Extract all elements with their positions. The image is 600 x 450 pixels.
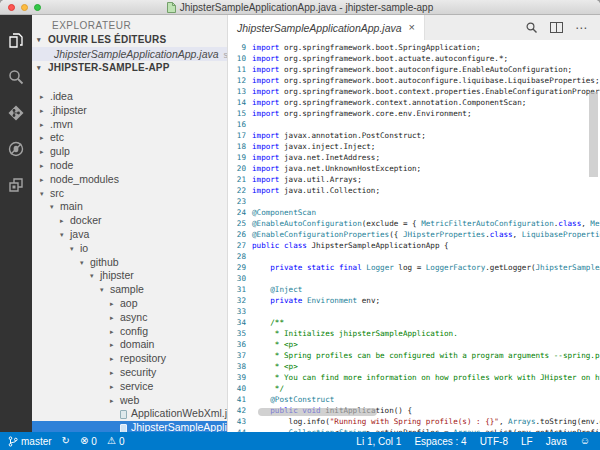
tab-active-file[interactable]: JhipsterSampleApplicationApp.java × — [228, 15, 425, 40]
tree-item[interactable]: ▾sample — [32, 283, 227, 297]
tree-item[interactable]: ▾java — [32, 228, 227, 242]
tree-item[interactable]: ▾github — [32, 256, 227, 270]
tree-item[interactable]: ▸web — [32, 394, 227, 408]
feedback-smiley-status-item[interactable]: ☺ — [580, 436, 590, 446]
open-editor-item[interactable]: JhipsterSampleApplicationApp.javasrc/m..… — [32, 47, 227, 61]
chevron-collapsed-icon: ▸ — [40, 118, 50, 132]
tree-item[interactable]: ▸security — [32, 366, 227, 380]
open-editors-header[interactable]: ▾ OUVRIR LES ÉDITEURS — [32, 33, 227, 47]
code-line: 31 @Inject — [228, 284, 600, 295]
tree-item-label: .jhipster — [50, 104, 87, 118]
tree-item[interactable]: ▾main — [32, 200, 227, 214]
warnings-status-item[interactable]: ⚠0 — [107, 436, 125, 447]
tree-item[interactable]: ▸repository — [32, 352, 227, 366]
tree-item[interactable]: ▸.idea — [32, 90, 227, 104]
chevron-expanded-icon: ▾ — [40, 187, 50, 201]
code-line: 25@EnableAutoConfiguration(exclude = { M… — [228, 218, 600, 229]
tree-item[interactable]: ▾src — [32, 187, 227, 201]
errors-icon: ⊗ — [80, 436, 88, 446]
search-icon[interactable] — [0, 59, 32, 95]
source-control-icon[interactable] — [0, 95, 32, 131]
code-line: 40 */ — [228, 383, 600, 394]
tree-item[interactable]: ▸.jhipster — [32, 104, 227, 118]
code-line: 39 * You can find more information on ho… — [228, 372, 600, 383]
sync-status-item[interactable]: ↻ — [62, 436, 70, 446]
chevron-collapsed-icon: ▸ — [110, 338, 120, 352]
debug-icon[interactable] — [0, 131, 32, 167]
status-item[interactable]: Espaces : 4 — [414, 436, 466, 447]
line-number: 43 — [228, 416, 246, 427]
status-bar: master↻⊗0⚠0 Li 1, Col 1Espaces : 4UTF-8L… — [0, 432, 600, 450]
tree-item[interactable]: ▾jhipster — [32, 269, 227, 283]
project-section-header[interactable]: ▾ JHIPSTER-SAMPLE-APP — [32, 61, 227, 75]
explorer-icon[interactable] — [0, 23, 32, 59]
close-tab-icon[interactable]: × — [409, 22, 415, 33]
sidebar-title: EXPLORATEUR — [32, 15, 227, 33]
code-line: 21import java.util.Arrays; — [228, 174, 600, 185]
line-number: 42 — [228, 405, 246, 416]
line-number: 31 — [228, 284, 246, 295]
code-line: 34 /** — [228, 317, 600, 328]
chevron-collapsed-icon: ▸ — [40, 90, 50, 104]
tree-item[interactable]: ▸.mvn — [32, 118, 227, 132]
tree-item[interactable]: ▸docker — [32, 214, 227, 228]
code-line: 16 — [228, 119, 600, 130]
tree-item-label: async — [120, 311, 147, 325]
tree-item[interactable]: ▸etc — [32, 131, 227, 145]
code-line: 18import javax.inject.Inject; — [228, 141, 600, 152]
tree-item[interactable]: JhipsterSampleApplicationApp.java — [32, 421, 227, 432]
chevron-collapsed-icon: ▸ — [110, 297, 120, 311]
minimize-window-button[interactable] — [21, 4, 28, 11]
code-line: 17import javax.annotation.PostConstruct; — [228, 130, 600, 141]
errors-status-item[interactable]: ⊗0 — [80, 436, 97, 447]
tree-item-label: sample — [110, 283, 144, 297]
chevron-collapsed-icon: ▸ — [110, 311, 120, 325]
status-item-label: master — [21, 436, 52, 447]
line-number: 9 — [228, 42, 246, 53]
horizontal-scrollbar[interactable] — [258, 408, 377, 416]
chevron-collapsed-icon: ▸ — [40, 159, 50, 173]
status-item-label: Li 1, Col 1 — [356, 436, 401, 447]
line-number: 27 — [228, 240, 246, 251]
tree-item-label: main — [60, 200, 83, 214]
tree-item[interactable]: ApplicationWebXml.java — [32, 407, 227, 421]
close-window-button[interactable] — [8, 4, 15, 11]
tree-item[interactable]: ▸async — [32, 311, 227, 325]
tree-item-label: domain — [120, 338, 154, 352]
tree-item[interactable]: ▸aop — [32, 297, 227, 311]
tree-item[interactable]: ▸domain — [32, 338, 227, 352]
extensions-icon[interactable] — [0, 167, 32, 203]
line-number: 22 — [228, 185, 246, 196]
chevron-expanded-icon: ▾ — [80, 256, 90, 270]
tree-item-label: node_modules — [50, 173, 119, 187]
status-item[interactable]: Java — [546, 436, 567, 447]
more-actions-icon[interactable]: ⋯ — [575, 22, 588, 34]
line-number: 13 — [228, 86, 246, 97]
status-item[interactable]: UTF-8 — [480, 436, 508, 447]
line-number: 17 — [228, 130, 246, 141]
code-line: 38 * <p> — [228, 361, 600, 372]
tree-item[interactable]: ▸node_modules — [32, 173, 227, 187]
code-line: 36 * <p> — [228, 339, 600, 350]
git-branch-status-item[interactable]: master — [8, 436, 52, 447]
code-line: 33 — [228, 306, 600, 317]
line-number: 23 — [228, 196, 246, 207]
status-item[interactable]: LF — [521, 436, 533, 447]
code-area[interactable]: 9import org.springframework.boot.SpringA… — [228, 40, 600, 432]
line-number: 37 — [228, 350, 246, 361]
vertical-scrollbar[interactable] — [589, 92, 598, 177]
line-number: 32 — [228, 295, 246, 306]
tree-item[interactable]: ▸service — [32, 380, 227, 394]
line-number: 28 — [228, 251, 246, 262]
tree-item-label: etc — [50, 131, 64, 145]
tree-item[interactable]: ▸node — [32, 159, 227, 173]
tree-item[interactable]: ▸config — [32, 325, 227, 339]
split-editor-icon[interactable] — [550, 22, 563, 33]
status-item[interactable]: Li 1, Col 1 — [356, 436, 401, 447]
tree-item-label: service — [120, 380, 153, 394]
tree-item[interactable]: ▸gulp — [32, 145, 227, 159]
tree-item[interactable]: ▾io — [32, 242, 227, 256]
line-number: 11 — [228, 64, 246, 75]
open-preview-icon[interactable] — [525, 21, 538, 34]
zoom-window-button[interactable] — [34, 4, 41, 11]
